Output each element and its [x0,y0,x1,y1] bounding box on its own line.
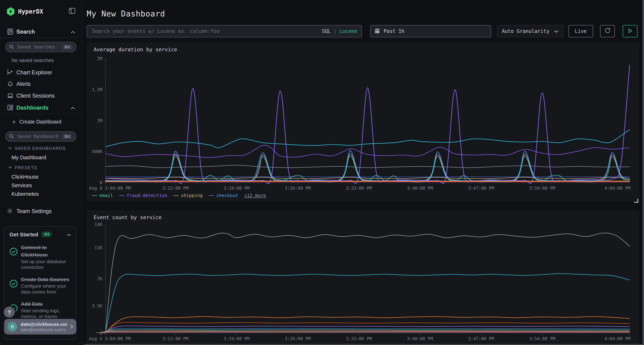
run-query-button[interactable] [623,25,638,37]
y-tick-label: 500K [92,149,102,154]
legend-item-checkout[interactable]: checkout [209,193,238,198]
lucene-mode-toggle[interactable]: Lucene [340,28,358,34]
chevron-up-icon [66,231,71,238]
app-logo-text[interactable]: HyperDX [18,8,43,15]
live-button[interactable]: Live [568,25,593,37]
series-purple-wavy [106,145,630,157]
chart-panel-event-count: Event count by service 14K11K7K3.5K0Aug … [86,210,639,345]
series-orange2 [106,322,630,333]
y-tick-label: 11K [94,245,102,250]
x-tick-label: 3:47:00 PM [468,186,494,191]
event-search-input[interactable] [91,28,318,34]
avg-duration-chart: 2M1.5M1M500K0Aug 4 3:04:00 PM3:12:00 PM3… [86,42,639,202]
hyperdx-logo-icon [6,7,15,16]
legend-more-link[interactable]: +12 more [244,193,266,198]
x-tick-label: 3:54:00 PM [529,186,555,191]
lang-separator: | [334,28,337,34]
chart-explorer-icon [7,69,14,76]
legend-swatch [119,195,124,196]
horizontal-scrollbar[interactable] [84,344,644,345]
refresh-icon [604,27,610,35]
event-search-bar[interactable]: SQL | Lucene [86,25,362,37]
series-shipping [106,177,630,179]
laptop-icon [7,92,14,99]
chevron-up-icon [71,104,75,111]
sql-mode-toggle[interactable]: SQL [322,28,331,34]
legend-swatch [174,195,179,196]
legend-label: checkout [216,193,238,198]
granularity-select[interactable]: Auto Granularity [497,25,564,37]
x-tick-label: 4:04:00 PM [604,336,630,341]
bell-icon [7,80,14,87]
user-sub: dale@clickhouse.com's [20,327,67,332]
series-gray [106,165,630,168]
y-tick-label: 7K [97,276,102,281]
search-section-header[interactable]: Search [0,26,82,37]
search-icon [9,43,14,50]
get-started-item-sources[interactable]: Create Data SourcesConfigure where your … [10,276,71,295]
get-started-header[interactable]: Get Started 3/3 [10,231,71,238]
sidebar-item-dashboards[interactable]: Dashboards [0,102,82,113]
series-fraud-detection [106,65,630,184]
sidebar-item-clickhouse[interactable]: ClickHouse [0,173,94,180]
x-tick-label: 3:19:00 PM [224,336,250,341]
create-dashboard-button[interactable]: + Create Dashboard [0,117,82,127]
page-title: My New Dashboard [86,9,165,18]
get-started-item-connect[interactable]: Connect to ClickHouseSet up your databas… [10,243,71,270]
x-tick-label: 3:19:00 PM [224,186,250,191]
saved-dashboards-input[interactable]: ⌘K [5,131,76,142]
x-tick-label: 3:47:00 PM [468,336,494,341]
user-email: dale@clickhouse.com [20,322,67,327]
chevron-up-icon [71,28,75,35]
x-tick-label: 3:12:00 PM [162,336,188,341]
sidebar-item-services[interactable]: Services [0,182,94,188]
sidebar-item-alerts[interactable]: Alerts [0,78,82,89]
saved-dashboards-field[interactable] [16,133,60,139]
refresh-button[interactable] [600,25,615,37]
y-tick-label: 14K [94,222,102,227]
presets-header[interactable]: PRESETS [0,165,90,170]
time-range-picker[interactable]: Past 1h [370,25,491,37]
legend-label: fraud-detection [126,193,167,198]
legend-item-email[interactable]: email [92,193,113,198]
x-tick-label: 3:26:00 PM [285,186,311,191]
search-section-label: Search [16,28,35,35]
legend-label: email [100,193,113,198]
dashboards-grid-icon [7,104,14,111]
time-range-value: Past 1h [384,28,404,34]
check-circle-icon [10,280,18,288]
user-menu[interactable]: D dale@clickhouse.com dale@clickhouse.co… [4,319,76,335]
legend-item-fraud-detection[interactable]: fraud-detection [119,193,167,198]
x-tick-label: Aug 4 3:04:00 PM [89,186,130,191]
legend-swatch [92,195,97,196]
search-page-icon [7,28,14,35]
series-violet [106,326,630,333]
y-tick-label: 0 [100,331,102,336]
sidebar-item-chart-explorer[interactable]: Chart Explorer [0,66,82,78]
saved-dashboards-header[interactable]: SAVED DASHBOARDS [0,145,90,151]
legend-swatch [209,195,214,196]
divider [0,114,82,114]
saved-searches-field[interactable] [16,44,60,50]
y-tick-label: 3.5K [92,304,102,309]
panel-resize-handle[interactable] [634,199,638,203]
legend-item-shipping[interactable]: shipping [174,193,203,198]
saved-searches-input[interactable]: ⌘K [5,42,76,52]
sidebar-item-kubernetes[interactable]: Kubernetes [0,190,94,197]
plus-icon: + [12,119,16,125]
x-tick-label: 4:04:00 PM [604,186,630,191]
avatar: D [7,322,17,332]
divider [0,37,82,38]
help-button[interactable]: ? [4,307,15,318]
collapse-sidebar-icon[interactable] [68,7,76,16]
x-tick-label: 3:40:00 PM [407,186,433,191]
x-tick-label: 3:54:00 PM [529,336,555,341]
x-tick-label: 3:40:00 PM [407,336,433,341]
sidebar-item-my-dashboard[interactable]: My Dashboard [0,154,94,161]
sidebar-item-team-settings[interactable]: Team Settings [0,205,82,217]
get-started-item-add-data[interactable]: Add DataStart sending logs, metrics, or … [10,300,71,319]
vertical-scrollbar[interactable] [642,0,644,345]
sidebar-item-client-sessions[interactable]: Client Sessions [0,90,82,101]
check-circle-icon [10,247,18,256]
x-tick-label: 3:26:00 PM [285,336,311,341]
